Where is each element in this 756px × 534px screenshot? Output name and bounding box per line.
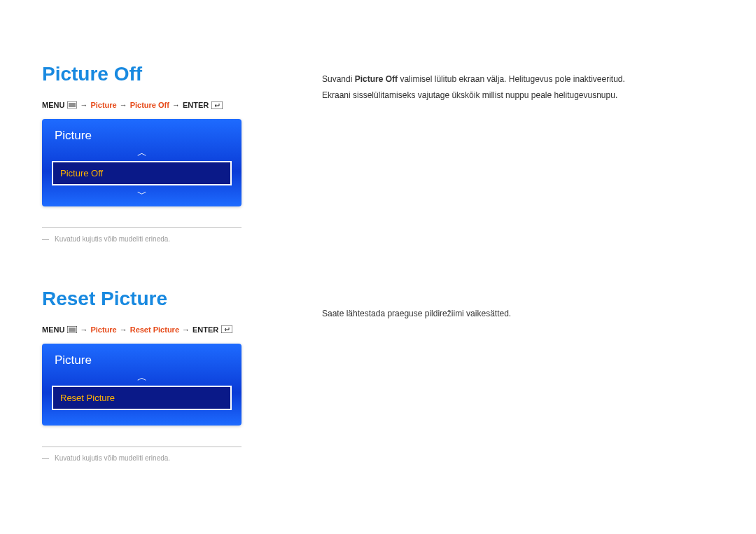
breadcrumb-arrow-icon: → xyxy=(172,101,180,109)
crumb-enter: ENTER xyxy=(183,101,209,109)
enter-icon xyxy=(211,101,223,109)
crumb-picture-off: Picture Off xyxy=(130,101,169,109)
breadcrumb-arrow-icon: → xyxy=(80,101,88,109)
breadcrumb-reset-picture: MENU → Picture → Reset Picture → ENTER xyxy=(42,325,280,334)
heading-reset-picture: Reset Picture xyxy=(42,288,280,310)
breadcrumb-picture-off: MENU → Picture → Picture Off → ENTER xyxy=(42,101,280,109)
crumb-enter: ENTER xyxy=(192,325,218,334)
osd-title: Picture xyxy=(42,119,241,147)
breadcrumb-arrow-icon: → xyxy=(182,325,190,334)
footnote-text: Kuvatud kujutis võib mudeliti erineda. xyxy=(55,235,170,243)
crumb-picture: Picture xyxy=(90,101,116,109)
body-post: valimisel lülitub ekraan välja. Helituge… xyxy=(398,74,625,84)
osd-title: Picture xyxy=(42,344,241,372)
enter-icon xyxy=(221,325,232,333)
crumb-reset-picture: Reset Picture xyxy=(130,325,179,334)
body-pre: Suvandi xyxy=(322,74,355,84)
crumb-menu: MENU xyxy=(42,101,64,109)
osd-panel-picture-off: Picture ︿ Picture Off ﹀ xyxy=(42,119,241,206)
menu-icon xyxy=(67,326,77,333)
crumb-menu: MENU xyxy=(42,325,64,334)
body-line2: Ekraani sisselülitamiseks vajutage ükskõ… xyxy=(322,90,617,100)
divider xyxy=(42,447,241,447)
divider xyxy=(42,227,241,228)
breadcrumb-arrow-icon: → xyxy=(80,325,88,334)
footnote-dash-icon: ― xyxy=(42,235,49,243)
chevron-up-icon[interactable]: ︿ xyxy=(137,372,147,382)
osd-selected-item[interactable]: Picture Off xyxy=(52,161,232,185)
chevron-up-icon[interactable]: ︿ xyxy=(137,148,147,157)
footnote: ― Kuvatud kujutis võib mudeliti erineda. xyxy=(42,454,241,462)
chevron-down-icon[interactable]: ﹀ xyxy=(137,189,147,199)
body-text-picture-off: Suvandi Picture Off valimisel lülitub ek… xyxy=(322,71,714,104)
body-text-reset-picture: Saate lähtestada praeguse pildirežiimi v… xyxy=(322,306,714,322)
footnote-dash-icon: ― xyxy=(42,454,49,462)
breadcrumb-arrow-icon: → xyxy=(120,325,127,334)
crumb-picture: Picture xyxy=(90,325,116,334)
body-bold: Picture Off xyxy=(355,74,398,84)
heading-picture-off: Picture Off xyxy=(42,63,280,85)
footnote-text: Kuvatud kujutis võib mudeliti erineda. xyxy=(55,454,170,462)
footnote: ― Kuvatud kujutis võib mudeliti erineda. xyxy=(42,235,241,243)
menu-icon xyxy=(67,101,77,108)
breadcrumb-arrow-icon: → xyxy=(120,101,127,109)
osd-selected-item[interactable]: Reset Picture xyxy=(52,386,232,410)
osd-panel-reset-picture: Picture ︿ Reset Picture xyxy=(42,344,241,426)
